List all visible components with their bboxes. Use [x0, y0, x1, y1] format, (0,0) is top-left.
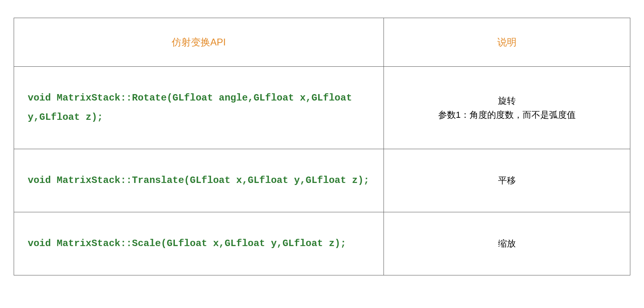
api-table: 仿射变换API 说明 void MatrixStack::Rotate(GLfl…: [14, 18, 630, 275]
page-container: 仿射变换API 说明 void MatrixStack::Rotate(GLfl…: [0, 0, 644, 289]
header-api: 仿射变换API: [14, 18, 384, 67]
api-signature: void MatrixStack::Scale(GLfloat x,GLfloa…: [14, 212, 384, 275]
api-description: 平移: [384, 149, 630, 212]
table-header-row: 仿射变换API 说明: [14, 18, 630, 67]
table-row: void MatrixStack::Scale(GLfloat x,GLfloa…: [14, 212, 630, 275]
api-description: 旋转 参数1：角度的度数，而不是弧度值: [384, 67, 630, 149]
api-signature: void MatrixStack::Rotate(GLfloat angle,G…: [14, 67, 384, 149]
table-row: void MatrixStack::Translate(GLfloat x,GL…: [14, 149, 630, 212]
header-desc: 说明: [384, 18, 630, 67]
table-row: void MatrixStack::Rotate(GLfloat angle,G…: [14, 67, 630, 149]
api-description: 缩放: [384, 212, 630, 275]
api-signature: void MatrixStack::Translate(GLfloat x,GL…: [14, 149, 384, 212]
